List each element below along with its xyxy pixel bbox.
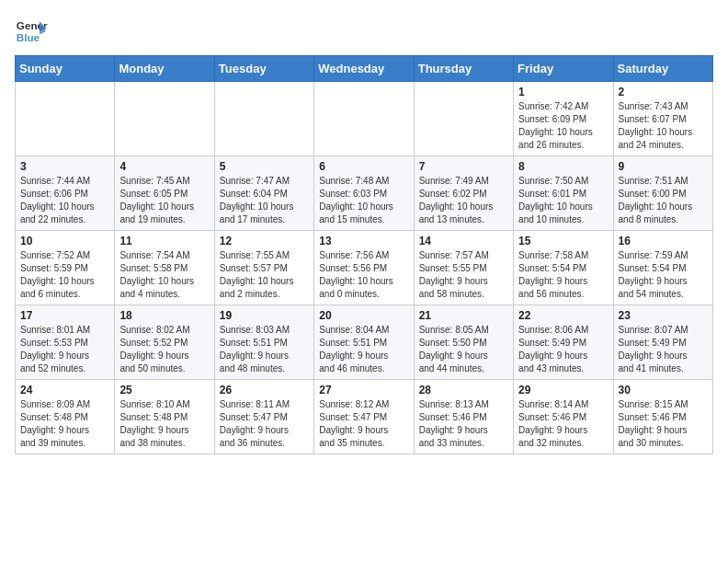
day-info: Sunrise: 7:45 AM Sunset: 6:05 PM Dayligh… (119, 175, 209, 226)
day-info: Sunrise: 8:06 AM Sunset: 5:49 PM Dayligh… (518, 324, 608, 375)
calendar-cell: 27Sunrise: 8:12 AM Sunset: 5:47 PM Dayli… (314, 380, 414, 454)
calendar-cell: 28Sunrise: 8:13 AM Sunset: 5:46 PM Dayli… (414, 380, 513, 454)
calendar-cell: 14Sunrise: 7:57 AM Sunset: 5:55 PM Dayli… (414, 231, 513, 305)
day-info: Sunrise: 8:05 AM Sunset: 5:50 PM Dayligh… (419, 324, 508, 375)
calendar-week-2: 10Sunrise: 7:52 AM Sunset: 5:59 PM Dayli… (16, 231, 713, 305)
calendar-cell: 12Sunrise: 7:55 AM Sunset: 5:57 PM Dayli… (214, 231, 313, 305)
day-info: Sunrise: 7:49 AM Sunset: 6:02 PM Dayligh… (419, 175, 508, 226)
calendar-cell: 25Sunrise: 8:10 AM Sunset: 5:48 PM Dayli… (115, 380, 214, 454)
day-info: Sunrise: 8:09 AM Sunset: 5:48 PM Dayligh… (20, 398, 109, 450)
day-info: Sunrise: 7:57 AM Sunset: 5:55 PM Dayligh… (419, 249, 508, 301)
day-number: 9 (619, 160, 708, 173)
day-info: Sunrise: 8:12 AM Sunset: 5:47 PM Dayligh… (319, 398, 408, 450)
day-number: 4 (119, 160, 209, 173)
calendar-cell: 2Sunrise: 7:43 AM Sunset: 6:07 PM Daylig… (613, 82, 712, 156)
day-number: 8 (518, 160, 608, 173)
day-info: Sunrise: 7:44 AM Sunset: 6:06 PM Dayligh… (20, 175, 109, 226)
logo: General Blue (15, 15, 48, 48)
day-info: Sunrise: 8:11 AM Sunset: 5:47 PM Dayligh… (220, 398, 309, 450)
calendar-cell: 7Sunrise: 7:49 AM Sunset: 6:02 PM Daylig… (414, 156, 513, 231)
weekday-header-thursday: Thursday (414, 56, 513, 82)
calendar-cell: 20Sunrise: 8:04 AM Sunset: 5:51 PM Dayli… (314, 305, 414, 380)
day-info: Sunrise: 7:54 AM Sunset: 5:58 PM Dayligh… (119, 249, 209, 301)
calendar-cell: 21Sunrise: 8:05 AM Sunset: 5:50 PM Dayli… (414, 305, 513, 380)
calendar-cell: 8Sunrise: 7:50 AM Sunset: 6:01 PM Daylig… (514, 156, 613, 231)
calendar-cell: 9Sunrise: 7:51 AM Sunset: 6:00 PM Daylig… (613, 156, 712, 231)
day-number: 12 (220, 235, 309, 247)
calendar-cell (115, 82, 214, 156)
day-info: Sunrise: 7:58 AM Sunset: 5:54 PM Dayligh… (518, 249, 608, 301)
day-info: Sunrise: 7:59 AM Sunset: 5:54 PM Dayligh… (619, 249, 708, 301)
calendar-cell: 4Sunrise: 7:45 AM Sunset: 6:05 PM Daylig… (115, 156, 214, 231)
calendar-cell: 15Sunrise: 7:58 AM Sunset: 5:54 PM Dayli… (514, 231, 613, 305)
day-info: Sunrise: 7:43 AM Sunset: 6:07 PM Dayligh… (619, 100, 708, 152)
day-number: 26 (220, 384, 309, 396)
logo-icon: General Blue (15, 15, 48, 48)
calendar-cell: 19Sunrise: 8:03 AM Sunset: 5:51 PM Dayli… (214, 305, 313, 380)
day-number: 7 (419, 160, 508, 173)
day-info: Sunrise: 7:48 AM Sunset: 6:03 PM Dayligh… (319, 175, 408, 226)
day-info: Sunrise: 8:13 AM Sunset: 5:46 PM Dayligh… (419, 398, 508, 450)
calendar-week-0: 1Sunrise: 7:42 AM Sunset: 6:09 PM Daylig… (16, 82, 713, 156)
day-number: 2 (619, 86, 708, 98)
day-number: 6 (319, 160, 408, 173)
calendar-cell: 6Sunrise: 7:48 AM Sunset: 6:03 PM Daylig… (314, 156, 414, 231)
svg-text:Blue: Blue (17, 31, 40, 43)
calendar-cell: 18Sunrise: 8:02 AM Sunset: 5:52 PM Dayli… (115, 305, 214, 380)
day-info: Sunrise: 7:56 AM Sunset: 5:56 PM Dayligh… (319, 249, 408, 301)
weekday-header-saturday: Saturday (613, 56, 712, 82)
calendar-cell: 22Sunrise: 8:06 AM Sunset: 5:49 PM Dayli… (514, 305, 613, 380)
calendar-cell: 11Sunrise: 7:54 AM Sunset: 5:58 PM Dayli… (115, 231, 214, 305)
calendar-week-4: 24Sunrise: 8:09 AM Sunset: 5:48 PM Dayli… (16, 380, 713, 454)
day-number: 25 (119, 384, 209, 396)
day-number: 3 (20, 160, 109, 173)
calendar-cell: 3Sunrise: 7:44 AM Sunset: 6:06 PM Daylig… (16, 156, 115, 231)
day-info: Sunrise: 8:03 AM Sunset: 5:51 PM Dayligh… (220, 324, 309, 375)
day-info: Sunrise: 7:55 AM Sunset: 5:57 PM Dayligh… (220, 249, 309, 301)
day-number: 13 (319, 235, 408, 247)
day-info: Sunrise: 7:51 AM Sunset: 6:00 PM Dayligh… (619, 175, 708, 226)
calendar-cell: 23Sunrise: 8:07 AM Sunset: 5:49 PM Dayli… (613, 305, 712, 380)
day-info: Sunrise: 7:47 AM Sunset: 6:04 PM Dayligh… (220, 175, 309, 226)
weekday-header-sunday: Sunday (16, 56, 115, 82)
day-number: 5 (220, 160, 309, 173)
weekday-header-friday: Friday (514, 56, 613, 82)
calendar-week-1: 3Sunrise: 7:44 AM Sunset: 6:06 PM Daylig… (16, 156, 713, 231)
day-info: Sunrise: 7:42 AM Sunset: 6:09 PM Dayligh… (518, 100, 608, 152)
calendar-cell: 13Sunrise: 7:56 AM Sunset: 5:56 PM Dayli… (314, 231, 414, 305)
calendar-table: SundayMondayTuesdayWednesdayThursdayFrid… (15, 55, 713, 454)
day-number: 11 (119, 235, 209, 247)
day-info: Sunrise: 8:07 AM Sunset: 5:49 PM Dayligh… (619, 324, 708, 375)
day-info: Sunrise: 8:02 AM Sunset: 5:52 PM Dayligh… (119, 324, 209, 375)
day-number: 17 (20, 309, 109, 322)
day-number: 22 (518, 309, 608, 322)
day-info: Sunrise: 8:14 AM Sunset: 5:46 PM Dayligh… (518, 398, 608, 450)
calendar-cell (414, 82, 513, 156)
day-info: Sunrise: 8:01 AM Sunset: 5:53 PM Dayligh… (20, 324, 109, 375)
calendar-cell (16, 82, 115, 156)
calendar-cell: 30Sunrise: 8:15 AM Sunset: 5:46 PM Dayli… (613, 380, 712, 454)
weekday-header-wednesday: Wednesday (314, 56, 414, 82)
day-info: Sunrise: 8:15 AM Sunset: 5:46 PM Dayligh… (619, 398, 708, 450)
calendar-cell: 26Sunrise: 8:11 AM Sunset: 5:47 PM Dayli… (214, 380, 313, 454)
day-number: 21 (419, 309, 508, 322)
calendar-cell: 24Sunrise: 8:09 AM Sunset: 5:48 PM Dayli… (16, 380, 115, 454)
day-number: 18 (119, 309, 209, 322)
day-number: 29 (518, 384, 608, 396)
day-number: 15 (518, 235, 608, 247)
day-info: Sunrise: 7:50 AM Sunset: 6:01 PM Dayligh… (518, 175, 608, 226)
day-info: Sunrise: 8:10 AM Sunset: 5:48 PM Dayligh… (119, 398, 209, 450)
day-number: 10 (20, 235, 109, 247)
calendar-week-3: 17Sunrise: 8:01 AM Sunset: 5:53 PM Dayli… (16, 305, 713, 380)
day-number: 16 (619, 235, 708, 247)
day-number: 24 (20, 384, 109, 396)
page-header: General Blue (15, 15, 713, 48)
weekday-header-monday: Monday (115, 56, 214, 82)
day-number: 27 (319, 384, 408, 396)
calendar-cell: 5Sunrise: 7:47 AM Sunset: 6:04 PM Daylig… (214, 156, 313, 231)
day-number: 28 (419, 384, 508, 396)
calendar-cell: 10Sunrise: 7:52 AM Sunset: 5:59 PM Dayli… (16, 231, 115, 305)
day-info: Sunrise: 8:04 AM Sunset: 5:51 PM Dayligh… (319, 324, 408, 375)
day-number: 30 (619, 384, 708, 396)
calendar-cell: 17Sunrise: 8:01 AM Sunset: 5:53 PM Dayli… (16, 305, 115, 380)
